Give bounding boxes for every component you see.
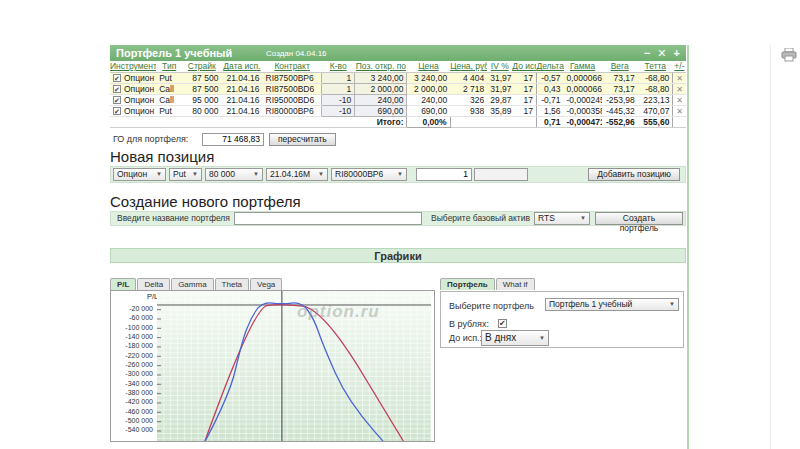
instrument-select[interactable]: Опцион▼	[113, 168, 166, 181]
cell-price-rub: 938	[450, 105, 487, 116]
cell-pos-open: 690,00	[355, 105, 407, 116]
y-tick-label: -540 000	[111, 426, 153, 433]
position-checkbox[interactable]: ✔	[113, 74, 121, 82]
cell-iv: 35,89	[487, 105, 512, 116]
window-controls: − ✕ +	[644, 45, 680, 61]
col-header-type[interactable]: Тип	[156, 61, 182, 72]
cell-price: 240,00	[407, 94, 450, 105]
pl-chart: -20 000-60 000-100 000-140 000-180 000-2…	[110, 290, 435, 442]
cell-days: 17	[512, 83, 536, 94]
cell-tetta: 470,07	[638, 105, 673, 116]
portfolio-name-label: Введите название портфеля	[113, 213, 234, 223]
col-header-price[interactable]: Цена	[407, 61, 450, 72]
strike-select[interactable]: 80 000▼	[205, 168, 263, 181]
col-header-price-rub[interactable]: Цена, руб.	[450, 61, 487, 72]
recalculate-button[interactable]: пересчитать	[269, 133, 336, 146]
panel-tab-what-if[interactable]: What if	[496, 278, 535, 290]
col-header-iv[interactable]: IV %	[487, 61, 512, 72]
col-header-strike[interactable]: Страйк	[182, 61, 221, 72]
print-icon[interactable]	[781, 48, 797, 62]
watermark: option.ru	[297, 302, 380, 322]
margin-row: ГО для портфеля: пересчитать	[110, 132, 686, 147]
rub-checkbox[interactable]: ✔	[498, 319, 507, 328]
chart-controls-panel: Выберите портфель Портфель 1 учебный▼ В …	[440, 291, 684, 348]
col-header-pos-open[interactable]: Поз. откр. по	[355, 61, 407, 72]
position-checkbox[interactable]: ✔	[113, 96, 121, 104]
add-icon[interactable]: +	[674, 45, 680, 61]
chart-tabs: P/LDeltaGammaThetaVega	[110, 278, 436, 290]
cell-exp-date: 21.04.16	[221, 83, 262, 94]
cell-price-rub: 2 718	[450, 83, 487, 94]
cell-delta: -0,71	[536, 94, 563, 105]
charts-section-header: Графики	[110, 248, 686, 263]
cell-days: 17	[512, 72, 536, 83]
delete-position-icon[interactable]: ✕	[676, 74, 683, 83]
margin-value-input[interactable]	[202, 133, 264, 146]
create-portfolio-button[interactable]: Создать портфель	[595, 212, 683, 225]
cell-delete: ✕	[673, 72, 686, 83]
col-header-exp-date[interactable]: Дата исп.	[221, 61, 262, 72]
portfolio-titlebar: Портфель 1 учебный Создан 04.04.16 − ✕ +	[110, 45, 686, 61]
chart-tab-vega[interactable]: Vega	[250, 278, 282, 290]
col-header-days[interactable]: До исп.	[512, 61, 536, 72]
delete-position-icon[interactable]: ✕	[676, 96, 683, 105]
col-header-gamma[interactable]: Гамма	[564, 61, 602, 72]
cell-vega: 73,17	[602, 83, 638, 94]
chart-tab-gamma[interactable]: Gamma	[171, 278, 213, 290]
chart-tab-delta[interactable]: Delta	[137, 278, 170, 290]
price-input[interactable]	[474, 168, 528, 181]
cell-gamma: -0,000245	[564, 94, 602, 105]
rub-label: В рублях:	[449, 319, 489, 329]
col-header-contract[interactable]: Контракт	[263, 61, 322, 72]
col-header-qty[interactable]: К-во	[322, 61, 355, 72]
chart-tab-p-l[interactable]: P/L	[110, 278, 136, 290]
delete-position-icon[interactable]: ✕	[676, 107, 683, 116]
position-checkbox[interactable]: ✔	[113, 107, 121, 115]
minimize-icon[interactable]: −	[644, 45, 650, 61]
cell-delete: ✕	[673, 105, 686, 116]
chart-tab-theta[interactable]: Theta	[215, 278, 249, 290]
contract-select[interactable]: RI80000BP6▼	[331, 168, 407, 181]
panel-tab-портфель[interactable]: Портфель	[440, 278, 495, 290]
col-header-delta[interactable]: Дельта	[536, 61, 563, 72]
qty-input[interactable]	[416, 168, 472, 181]
cell-strike: 80 000	[182, 105, 221, 116]
cell-gamma: 0,000066	[564, 72, 602, 83]
new-position-heading: Новая позиция	[110, 149, 686, 164]
col-header-plus-minus: +/-	[673, 61, 686, 72]
create-portfolio-row: Введите название портфеля Выберите базов…	[110, 211, 686, 226]
cell-vega: 73,17	[602, 72, 638, 83]
table-header-row: Инструмент Тип Страйк Дата исп. Контракт…	[110, 61, 686, 72]
col-header-tetta[interactable]: Тетта	[638, 61, 673, 72]
totals-row: Итого: 0,00% 0,71 -0,000471 -552,96 555,…	[110, 116, 686, 127]
chevron-down-icon: ▼	[539, 335, 545, 341]
portfolio-name-input[interactable]	[234, 212, 422, 225]
type-select[interactable]: Put▼	[169, 168, 202, 181]
chart-column: P/LDeltaGammaThetaVega -20 000-60 000-10…	[110, 278, 436, 442]
cell-days: 17	[512, 94, 536, 105]
cell-type: Call	[156, 94, 182, 105]
exp-date-select[interactable]: 21.04.16М▼	[266, 168, 328, 181]
y-tick-label: -100 000	[111, 324, 153, 331]
positions-table: Инструмент Тип Страйк Дата исп. Контракт…	[110, 61, 686, 128]
chart-controls-column: ПортфельWhat if Выберите портфель Портфе…	[440, 278, 686, 348]
charts-area: P/LDeltaGammaThetaVega -20 000-60 000-10…	[110, 278, 686, 449]
y-tick-label: -380 000	[111, 389, 153, 396]
y-tick-label: -20 000	[111, 305, 153, 312]
col-header-vega[interactable]: Вега	[602, 61, 638, 72]
cell-tetta: -68,80	[638, 83, 673, 94]
page-divider	[770, 45, 771, 449]
add-position-button[interactable]: Добавить позицию	[588, 168, 680, 181]
position-checkbox[interactable]: ✔	[113, 85, 121, 93]
cell-exp-date: 21.04.16	[221, 105, 262, 116]
portfolio-select[interactable]: Портфель 1 учебный▼	[545, 298, 679, 311]
close-icon[interactable]: ✕	[657, 45, 666, 61]
cell-instrument: ✔Опцион	[110, 83, 156, 94]
cell-price-rub: 4 404	[450, 72, 487, 83]
days-select[interactable]: В днях▼	[481, 330, 549, 346]
cell-exp-date: 21.04.16	[221, 94, 262, 105]
base-asset-select[interactable]: RTS▼	[534, 212, 590, 225]
y-tick-label: -140 000	[111, 333, 153, 340]
col-header-instrument[interactable]: Инструмент	[110, 61, 156, 72]
delete-position-icon[interactable]: ✕	[676, 85, 683, 94]
